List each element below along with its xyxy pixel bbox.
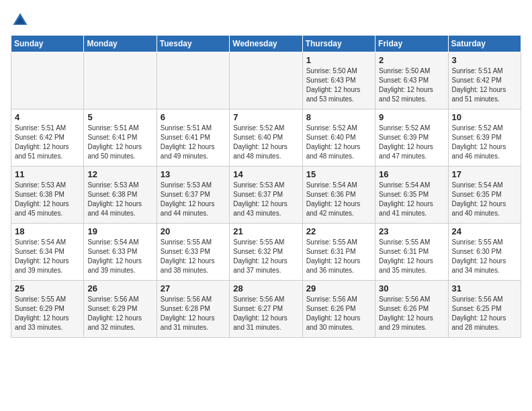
day-number: 12 [87, 169, 152, 179]
day-number: 21 [233, 226, 298, 236]
day-number: 17 [452, 169, 517, 179]
day-info: Sunrise: 5:53 AM Sunset: 6:37 PM Dayligh… [161, 181, 226, 218]
day-number: 6 [161, 112, 226, 122]
day-number: 16 [379, 169, 444, 179]
day-info: Sunrise: 5:55 AM Sunset: 6:30 PM Dayligh… [452, 238, 517, 275]
day-number: 26 [87, 283, 152, 293]
calendar-week-row: 18Sunrise: 5:54 AM Sunset: 6:34 PM Dayli… [11, 224, 521, 281]
day-info: Sunrise: 5:56 AM Sunset: 6:26 PM Dayligh… [379, 295, 444, 332]
logo-icon [11, 11, 30, 30]
day-number: 13 [161, 169, 226, 179]
calendar-cell [11, 52, 84, 109]
calendar-cell: 21Sunrise: 5:55 AM Sunset: 6:32 PM Dayli… [230, 224, 302, 281]
header-saturday: Saturday [448, 36, 521, 52]
day-number: 28 [233, 283, 298, 293]
calendar-week-row: 1Sunrise: 5:50 AM Sunset: 6:43 PM Daylig… [11, 52, 521, 109]
calendar-cell: 6Sunrise: 5:51 AM Sunset: 6:41 PM Daylig… [157, 109, 229, 167]
calendar-week-row: 25Sunrise: 5:55 AM Sunset: 6:29 PM Dayli… [11, 281, 521, 338]
day-info: Sunrise: 5:53 AM Sunset: 6:38 PM Dayligh… [87, 181, 152, 218]
day-info: Sunrise: 5:51 AM Sunset: 6:41 PM Dayligh… [161, 124, 226, 161]
page-header [11, 11, 521, 30]
calendar-cell: 5Sunrise: 5:51 AM Sunset: 6:41 PM Daylig… [84, 109, 157, 167]
day-info: Sunrise: 5:56 AM Sunset: 6:27 PM Dayligh… [233, 295, 298, 332]
day-info: Sunrise: 5:52 AM Sunset: 6:40 PM Dayligh… [306, 124, 371, 161]
day-number: 27 [161, 283, 226, 293]
day-info: Sunrise: 5:56 AM Sunset: 6:29 PM Dayligh… [87, 295, 152, 332]
calendar-cell: 27Sunrise: 5:56 AM Sunset: 6:28 PM Dayli… [157, 281, 229, 338]
day-info: Sunrise: 5:54 AM Sunset: 6:35 PM Dayligh… [452, 181, 517, 218]
day-info: Sunrise: 5:56 AM Sunset: 6:25 PM Dayligh… [452, 295, 517, 332]
header-thursday: Thursday [302, 36, 375, 52]
day-number: 1 [306, 55, 371, 65]
day-info: Sunrise: 5:52 AM Sunset: 6:39 PM Dayligh… [379, 124, 444, 161]
day-info: Sunrise: 5:54 AM Sunset: 6:35 PM Dayligh… [379, 181, 444, 218]
day-info: Sunrise: 5:55 AM Sunset: 6:33 PM Dayligh… [161, 238, 226, 275]
day-info: Sunrise: 5:51 AM Sunset: 6:42 PM Dayligh… [452, 66, 517, 104]
day-number: 24 [452, 226, 517, 236]
calendar-cell: 22Sunrise: 5:55 AM Sunset: 6:31 PM Dayli… [302, 224, 375, 281]
day-number: 23 [379, 226, 444, 236]
day-number: 5 [87, 112, 152, 122]
header-sunday: Sunday [11, 36, 84, 52]
calendar-cell: 10Sunrise: 5:52 AM Sunset: 6:39 PM Dayli… [448, 109, 521, 167]
calendar-cell: 30Sunrise: 5:56 AM Sunset: 6:26 PM Dayli… [375, 281, 448, 338]
calendar-header-row: SundayMondayTuesdayWednesdayThursdayFrid… [11, 36, 521, 52]
calendar-cell: 25Sunrise: 5:55 AM Sunset: 6:29 PM Dayli… [11, 281, 84, 338]
header-monday: Monday [84, 36, 157, 52]
day-info: Sunrise: 5:54 AM Sunset: 6:33 PM Dayligh… [87, 238, 152, 275]
calendar-cell: 8Sunrise: 5:52 AM Sunset: 6:40 PM Daylig… [302, 109, 375, 167]
day-info: Sunrise: 5:53 AM Sunset: 6:37 PM Dayligh… [233, 181, 298, 218]
day-number: 9 [379, 112, 444, 122]
calendar-cell: 19Sunrise: 5:54 AM Sunset: 6:33 PM Dayli… [84, 224, 157, 281]
header-wednesday: Wednesday [230, 36, 302, 52]
day-number: 14 [233, 169, 298, 179]
day-number: 18 [15, 226, 80, 236]
day-number: 2 [379, 55, 444, 65]
day-number: 10 [452, 112, 517, 122]
calendar-cell: 18Sunrise: 5:54 AM Sunset: 6:34 PM Dayli… [11, 224, 84, 281]
calendar-cell [230, 52, 302, 109]
calendar-cell: 23Sunrise: 5:55 AM Sunset: 6:31 PM Dayli… [375, 224, 448, 281]
day-number: 20 [161, 226, 226, 236]
calendar-cell: 29Sunrise: 5:56 AM Sunset: 6:26 PM Dayli… [302, 281, 375, 338]
calendar-cell: 4Sunrise: 5:51 AM Sunset: 6:42 PM Daylig… [11, 109, 84, 167]
calendar-cell: 24Sunrise: 5:55 AM Sunset: 6:30 PM Dayli… [448, 224, 521, 281]
day-info: Sunrise: 5:53 AM Sunset: 6:38 PM Dayligh… [15, 181, 80, 218]
calendar-week-row: 4Sunrise: 5:51 AM Sunset: 6:42 PM Daylig… [11, 109, 521, 167]
day-info: Sunrise: 5:55 AM Sunset: 6:29 PM Dayligh… [15, 295, 80, 332]
day-number: 7 [233, 112, 298, 122]
calendar-cell: 16Sunrise: 5:54 AM Sunset: 6:35 PM Dayli… [375, 167, 448, 224]
day-number: 31 [452, 283, 517, 293]
calendar-cell: 15Sunrise: 5:54 AM Sunset: 6:36 PM Dayli… [302, 167, 375, 224]
calendar-cell: 12Sunrise: 5:53 AM Sunset: 6:38 PM Dayli… [84, 167, 157, 224]
calendar-cell: 7Sunrise: 5:52 AM Sunset: 6:40 PM Daylig… [230, 109, 302, 167]
calendar-cell: 14Sunrise: 5:53 AM Sunset: 6:37 PM Dayli… [230, 167, 302, 224]
calendar-cell: 1Sunrise: 5:50 AM Sunset: 6:43 PM Daylig… [302, 52, 375, 109]
day-info: Sunrise: 5:56 AM Sunset: 6:28 PM Dayligh… [161, 295, 226, 332]
calendar-cell: 13Sunrise: 5:53 AM Sunset: 6:37 PM Dayli… [157, 167, 229, 224]
day-number: 19 [87, 226, 152, 236]
day-info: Sunrise: 5:51 AM Sunset: 6:41 PM Dayligh… [87, 124, 152, 161]
calendar-table: SundayMondayTuesdayWednesdayThursdayFrid… [11, 35, 521, 338]
day-info: Sunrise: 5:56 AM Sunset: 6:26 PM Dayligh… [306, 295, 371, 332]
calendar-cell: 11Sunrise: 5:53 AM Sunset: 6:38 PM Dayli… [11, 167, 84, 224]
calendar-cell [84, 52, 157, 109]
day-number: 22 [306, 226, 371, 236]
calendar-cell [157, 52, 229, 109]
calendar-cell: 9Sunrise: 5:52 AM Sunset: 6:39 PM Daylig… [375, 109, 448, 167]
day-info: Sunrise: 5:52 AM Sunset: 6:39 PM Dayligh… [452, 124, 517, 161]
calendar-cell: 31Sunrise: 5:56 AM Sunset: 6:25 PM Dayli… [448, 281, 521, 338]
calendar-week-row: 11Sunrise: 5:53 AM Sunset: 6:38 PM Dayli… [11, 167, 521, 224]
day-info: Sunrise: 5:55 AM Sunset: 6:31 PM Dayligh… [306, 238, 371, 275]
day-number: 11 [15, 169, 80, 179]
logo [11, 11, 32, 30]
calendar-cell: 20Sunrise: 5:55 AM Sunset: 6:33 PM Dayli… [157, 224, 229, 281]
calendar-cell: 3Sunrise: 5:51 AM Sunset: 6:42 PM Daylig… [448, 52, 521, 109]
calendar-cell: 28Sunrise: 5:56 AM Sunset: 6:27 PM Dayli… [230, 281, 302, 338]
day-number: 15 [306, 169, 371, 179]
day-info: Sunrise: 5:50 AM Sunset: 6:43 PM Dayligh… [379, 66, 444, 104]
day-number: 4 [15, 112, 80, 122]
day-number: 29 [306, 283, 371, 293]
calendar-cell: 26Sunrise: 5:56 AM Sunset: 6:29 PM Dayli… [84, 281, 157, 338]
header-tuesday: Tuesday [157, 36, 229, 52]
